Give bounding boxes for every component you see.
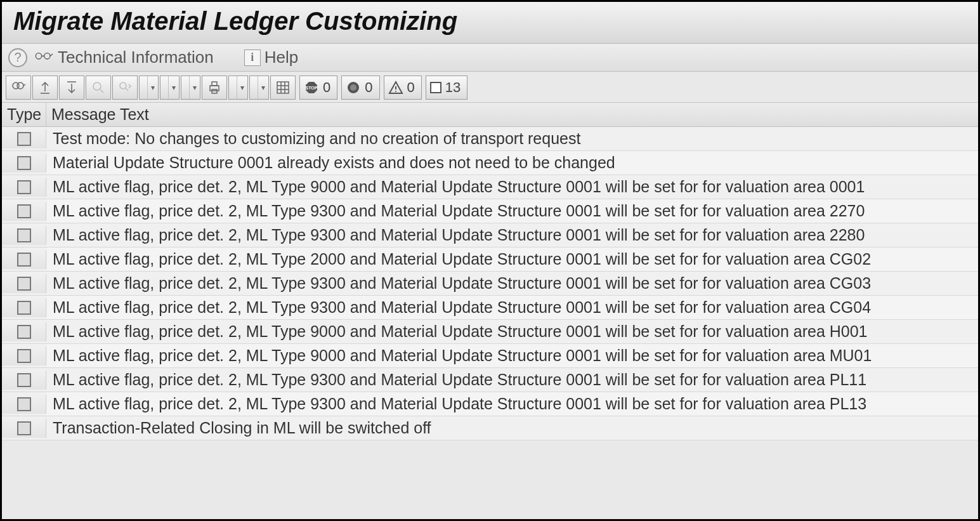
error-count: 0 (365, 79, 372, 96)
svg-rect-8 (212, 89, 217, 93)
page-title: Migrate Material Ledger Customizing (13, 7, 967, 36)
log-row-type-cell (2, 346, 46, 366)
export-button[interactable]: ▾ (249, 76, 269, 100)
log-row-message: ML active flag, price det. 2, ML Type 90… (46, 175, 978, 199)
abort-count: 0 (323, 79, 330, 96)
print-button[interactable] (202, 76, 227, 100)
error-count-button[interactable]: 0 (341, 76, 379, 100)
layout-button[interactable] (270, 76, 296, 100)
log-row[interactable]: ML active flag, price det. 2, ML Type 93… (2, 368, 978, 392)
dropdown-arrow-icon[interactable]: ▾ (237, 76, 247, 99)
log-row-type-cell (2, 371, 46, 390)
log-row[interactable]: ML active flag, price det. 2, ML Type 90… (2, 344, 978, 368)
log-row-message: ML active flag, price det. 2, ML Type 90… (46, 320, 978, 343)
warning-icon (388, 80, 403, 95)
info-status-icon (17, 132, 31, 146)
column-header-message[interactable]: Message Text (46, 103, 978, 126)
log-row-type-cell (2, 154, 46, 173)
log-row[interactable]: Material Update Structure 0001 already e… (2, 151, 978, 175)
warning-count-button[interactable]: 0 (384, 76, 422, 100)
info-status-icon (17, 204, 31, 218)
find-button[interactable] (86, 76, 111, 100)
stop-icon: STOP (304, 80, 319, 95)
svg-point-4 (93, 82, 101, 90)
log-row[interactable]: ML active flag, price det. 2, ML Type 93… (2, 199, 978, 223)
sort-descending-button[interactable] (59, 76, 84, 100)
svg-point-1 (44, 53, 50, 59)
log-row-type-cell (2, 250, 46, 269)
dropdown-arrow-icon[interactable]: ▾ (148, 76, 158, 99)
log-table-body: Test mode: No changes to customizing and… (2, 127, 978, 440)
svg-rect-6 (210, 86, 219, 91)
info-status-icon (17, 156, 31, 170)
svg-text:STOP: STOP (306, 86, 318, 90)
info-count-button[interactable]: 13 (426, 76, 467, 100)
info-status-icon (17, 253, 31, 267)
log-row[interactable]: Transaction-Related Closing in ML will b… (2, 416, 978, 440)
abort-count-button[interactable]: STOP 0 (299, 76, 337, 100)
log-row[interactable]: ML active flag, price det. 2, ML Type 93… (2, 223, 978, 247)
total-button[interactable]: ▾ (160, 76, 180, 100)
log-table-header: Type Message Text (2, 103, 978, 127)
log-row-message: ML active flag, price det. 2, ML Type 93… (46, 392, 978, 416)
find-next-button[interactable] (112, 76, 138, 100)
subtotal-button[interactable]: ▾ (181, 76, 200, 100)
technical-information-button[interactable]: Technical Information (34, 48, 214, 67)
log-row-type-cell (2, 322, 46, 341)
alv-toolbar: ▾ ▾ ▾ ▾ ▾ STOP 0 0 (2, 72, 978, 103)
log-row-type-cell (2, 419, 46, 438)
help-button[interactable]: i Help (244, 48, 298, 67)
help-question-icon[interactable]: ? (8, 48, 27, 67)
log-row-type-cell (2, 274, 46, 293)
log-row-message: ML active flag, price det. 2, ML Type 93… (46, 296, 978, 319)
info-status-icon (17, 180, 31, 194)
dropdown-arrow-icon[interactable]: ▾ (169, 76, 179, 99)
log-row[interactable]: Test mode: No changes to customizing and… (2, 127, 978, 151)
dropdown-arrow-icon[interactable]: ▾ (258, 76, 268, 99)
svg-point-3 (17, 82, 23, 89)
info-icon (430, 82, 441, 93)
sort-ascending-button[interactable] (32, 76, 58, 100)
info-status-icon (17, 228, 31, 242)
log-row-message: Test mode: No changes to customizing and… (46, 127, 978, 150)
info-status-icon (17, 349, 31, 363)
info-status-icon (17, 373, 31, 387)
secondary-toolbar: ? Technical Information i Help (2, 44, 978, 72)
details-button[interactable] (6, 76, 31, 100)
log-row-message: ML active flag, price det. 2, ML Type 93… (46, 199, 978, 223)
info-icon: i (244, 49, 261, 66)
info-status-icon (17, 301, 31, 315)
log-row[interactable]: ML active flag, price det. 2, ML Type 90… (2, 175, 978, 199)
svg-rect-10 (277, 82, 289, 93)
log-row-type-cell (2, 202, 46, 221)
filter-button[interactable]: ▾ (139, 76, 159, 100)
info-status-icon (17, 277, 31, 291)
log-row-type-cell (2, 395, 46, 414)
warning-count: 0 (407, 79, 415, 96)
technical-information-label: Technical Information (58, 48, 214, 67)
log-row-type-cell (2, 178, 46, 197)
info-count: 13 (445, 79, 461, 96)
log-row[interactable]: ML active flag, price det. 2, ML Type 93… (2, 392, 978, 416)
app-window: Migrate Material Ledger Customizing ? Te… (0, 0, 980, 521)
error-icon (346, 80, 361, 95)
log-row[interactable]: ML active flag, price det. 2, ML Type 20… (2, 247, 978, 272)
column-header-type[interactable]: Type (2, 103, 46, 126)
log-row-type-cell (2, 226, 46, 245)
svg-point-16 (395, 91, 396, 92)
log-row[interactable]: ML active flag, price det. 2, ML Type 93… (2, 296, 978, 320)
svg-point-14 (350, 84, 356, 91)
glasses-icon (34, 48, 54, 67)
info-status-icon (17, 421, 31, 435)
log-row[interactable]: ML active flag, price det. 2, ML Type 90… (2, 320, 978, 344)
log-row[interactable]: ML active flag, price det. 2, ML Type 93… (2, 272, 978, 296)
log-row-message: ML active flag, price det. 2, ML Type 20… (46, 247, 978, 271)
view-button[interactable]: ▾ (228, 76, 248, 100)
help-label: Help (265, 48, 298, 67)
dropdown-arrow-icon[interactable]: ▾ (190, 76, 200, 99)
log-row-message: Material Update Structure 0001 already e… (46, 151, 978, 175)
log-row-message: ML active flag, price det. 2, ML Type 93… (46, 272, 978, 295)
log-row-message: ML active flag, price det. 2, ML Type 93… (46, 368, 978, 392)
log-row-message: ML active flag, price det. 2, ML Type 90… (46, 344, 978, 367)
info-status-icon (17, 397, 31, 411)
